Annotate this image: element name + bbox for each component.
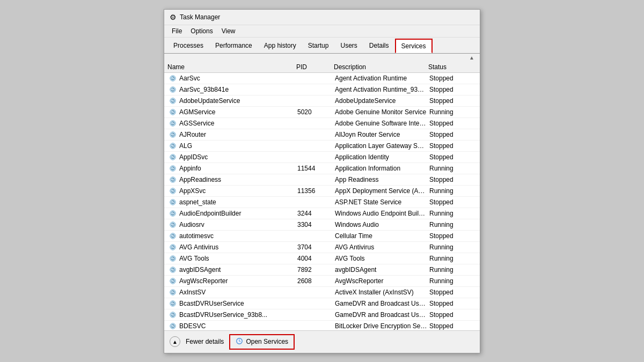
- service-status-cell: Stopped: [428, 130, 477, 139]
- tab-processes[interactable]: Processes: [167, 39, 209, 53]
- table-row[interactable]: Audiosrv 3304 Windows Audio Running: [164, 219, 480, 231]
- service-status-cell: Running: [428, 243, 477, 252]
- service-desc-cell: ActiveX Installer (AxInstSV): [334, 288, 428, 297]
- table-row[interactable]: AvgWscReporter 2608 AvgWscReporter Runni…: [164, 276, 480, 287]
- tab-users[interactable]: Users: [334, 39, 363, 53]
- service-desc-cell: AvgWscReporter: [334, 277, 428, 285]
- service-name-text: aspnet_state: [179, 198, 216, 206]
- service-name-cell: AxInstSV: [167, 287, 296, 297]
- tab-details[interactable]: Details: [363, 39, 395, 53]
- service-pid-cell: [296, 303, 334, 304]
- table-row[interactable]: avgbIDSAgent 7892 avgbIDSAgent Running: [164, 264, 480, 276]
- service-status-cell: Stopped: [428, 311, 477, 319]
- service-status-cell: Running: [428, 220, 477, 229]
- service-name-text: BDESVC: [179, 322, 206, 330]
- table-row[interactable]: AVG Antivirus 3704 AVG Antivirus Running: [164, 242, 480, 253]
- table-row[interactable]: AGMService 5020 Adobe Genuine Monitor Se…: [164, 107, 480, 118]
- col-header-pid[interactable]: PID: [296, 63, 334, 71]
- table-row[interactable]: ALG Application Layer Gateway Service St…: [164, 141, 480, 152]
- service-desc-cell: Windows Audio: [334, 220, 428, 229]
- service-name-cell: AarSvc_93b841e: [167, 85, 296, 94]
- service-name-cell: avgbIDSAgent: [167, 265, 296, 275]
- service-name-text: Appinfo: [179, 165, 201, 172]
- sort-indicator-row: ▲: [164, 54, 480, 62]
- service-status-cell: Stopped: [428, 175, 477, 184]
- service-desc-cell: ASP.NET State Service: [334, 198, 428, 206]
- table-row[interactable]: AJRouter AllJoyn Router Service Stopped: [164, 129, 480, 141]
- service-desc-cell: AppX Deployment Service (AppXSVC): [334, 187, 428, 195]
- service-desc-cell: App Readiness: [334, 175, 428, 184]
- table-row[interactable]: BcastDVRUserService_93b8... GameDVR and …: [164, 309, 480, 321]
- service-icon: [169, 277, 177, 285]
- service-desc-cell: Agent Activation Runtime: [334, 74, 428, 83]
- table-row[interactable]: AVG Tools 4004 AVG Tools Running: [164, 253, 480, 264]
- service-name-text: ALG: [179, 142, 192, 150]
- table-row[interactable]: AppXSvc 11356 AppX Deployment Service (A…: [164, 186, 480, 197]
- service-pid-cell: 5020: [296, 108, 334, 116]
- tab-performance[interactable]: Performance: [209, 39, 258, 53]
- col-header-name[interactable]: Name: [167, 63, 296, 71]
- open-services-label: Open Services: [246, 338, 288, 345]
- service-icon: [169, 299, 177, 308]
- table-row[interactable]: AxInstSV ActiveX Installer (AxInstSV) St…: [164, 287, 480, 298]
- service-pid-cell: [296, 123, 334, 124]
- service-name-cell: AVG Tools: [167, 254, 296, 263]
- table-row[interactable]: AppReadiness App Readiness Stopped: [164, 174, 480, 186]
- service-desc-cell: BitLocker Drive Encryption Service: [334, 322, 428, 330]
- tab-services[interactable]: Services: [395, 39, 433, 53]
- service-name-cell: AJRouter: [167, 130, 296, 139]
- collapse-icon[interactable]: ▲: [170, 336, 180, 347]
- service-desc-cell: Application Information: [334, 164, 428, 173]
- table-row[interactable]: BDESVC BitLocker Drive Encryption Servic…: [164, 321, 480, 330]
- service-icon: [169, 198, 177, 206]
- service-icon: [169, 209, 177, 218]
- service-name-cell: autotimesvc: [167, 231, 296, 241]
- service-name-text: AudioEndpointBuilder: [179, 210, 241, 217]
- menu-file[interactable]: File: [167, 26, 186, 36]
- service-pid-cell: 4004: [296, 254, 334, 263]
- table-row[interactable]: AudioEndpointBuilder 3244 Windows Audio …: [164, 208, 480, 219]
- service-pid-cell: 3244: [296, 209, 334, 218]
- table-row[interactable]: AarSvc Agent Activation Runtime Stopped: [164, 73, 480, 84]
- service-status-cell: Running: [428, 254, 477, 263]
- open-services-icon: [236, 337, 243, 346]
- menu-options[interactable]: Options: [186, 26, 217, 36]
- service-desc-cell: avgbIDSAgent: [334, 265, 428, 274]
- service-status-cell: Stopped: [428, 288, 477, 297]
- table-row[interactable]: AdobeUpdateService AdobeUpdateService St…: [164, 95, 480, 107]
- tab-app-history[interactable]: App history: [258, 39, 302, 53]
- service-name-text: AppReadiness: [179, 176, 221, 183]
- tab-startup[interactable]: Startup: [302, 39, 335, 53]
- fewer-details-button[interactable]: Fewer details: [186, 338, 224, 345]
- service-name-cell: BcastDVRUserService_93b8...: [167, 310, 296, 320]
- service-name-text: BcastDVRUserService_93b8...: [179, 311, 267, 319]
- service-icon: [169, 97, 177, 105]
- table-row[interactable]: autotimesvc Cellular Time Stopped: [164, 231, 480, 242]
- service-icon: [169, 322, 177, 330]
- table-row[interactable]: aspnet_state ASP.NET State Service Stopp…: [164, 197, 480, 208]
- table-row[interactable]: AGSService Adobe Genuine Software Integr…: [164, 118, 480, 129]
- col-header-description[interactable]: Description: [334, 63, 428, 71]
- col-header-status[interactable]: Status: [428, 63, 477, 71]
- service-name-text: avgbIDSAgent: [179, 266, 221, 274]
- table-row[interactable]: BcastDVRUserService GameDVR and Broadcas…: [164, 298, 480, 309]
- fewer-details-label: Fewer details: [186, 338, 224, 345]
- table-row[interactable]: AppIDSvc Application Identity Stopped: [164, 152, 480, 163]
- service-icon: [169, 232, 177, 240]
- service-pid-cell: [296, 179, 334, 180]
- service-pid-cell: [296, 78, 334, 79]
- service-desc-cell: Agent Activation Runtime_93b841e: [334, 85, 428, 94]
- table-row[interactable]: Appinfo 11544 Application Information Ru…: [164, 163, 480, 174]
- title-bar: ⚙ Task Manager: [164, 10, 480, 25]
- service-icon: [169, 164, 177, 173]
- open-services-button[interactable]: Open Services: [229, 334, 295, 350]
- task-manager-window: ⚙ Task Manager File Options View Process…: [164, 9, 480, 353]
- table-row[interactable]: AarSvc_93b841e Agent Activation Runtime_…: [164, 84, 480, 95]
- service-pid-cell: [296, 157, 334, 158]
- service-name-text: AppXSvc: [179, 187, 206, 195]
- service-icon: [169, 254, 177, 263]
- service-icon: [169, 119, 177, 128]
- menu-view[interactable]: View: [217, 26, 240, 36]
- service-name-text: AGMService: [179, 108, 215, 116]
- service-name-text: AxInstSV: [179, 289, 206, 296]
